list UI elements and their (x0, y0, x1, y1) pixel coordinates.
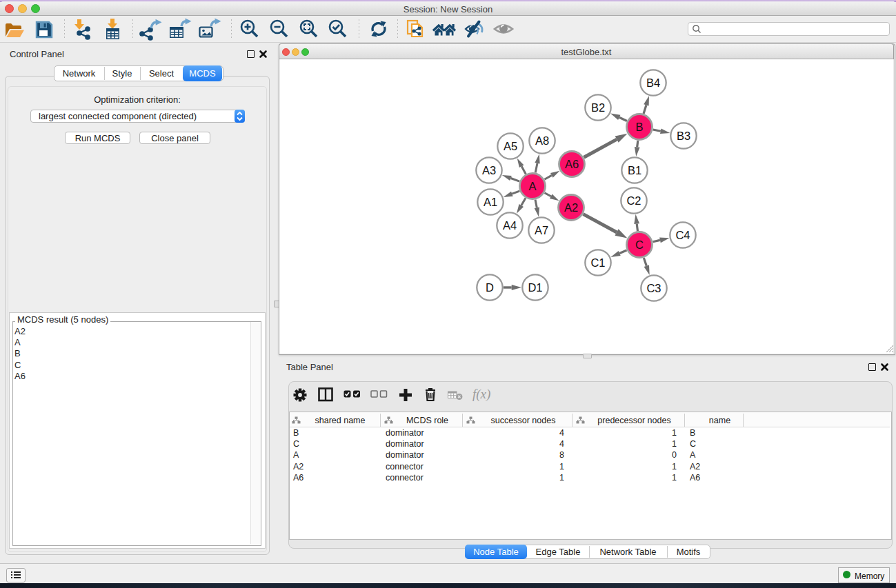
svg-text:C: C (635, 239, 644, 251)
svg-text:A8: A8 (535, 134, 549, 147)
svg-text:D: D (486, 281, 494, 294)
svg-text:A1: A1 (484, 196, 497, 208)
svg-text:A2: A2 (564, 201, 578, 214)
svg-text:A3: A3 (482, 164, 496, 176)
svg-text:C3: C3 (646, 282, 661, 294)
svg-text:C1: C1 (590, 256, 605, 269)
svg-text:A: A (528, 180, 536, 192)
svg-text:A4: A4 (503, 219, 517, 232)
svg-text:B: B (635, 121, 643, 133)
svg-text:B4: B4 (646, 77, 660, 89)
svg-text:A6: A6 (565, 158, 579, 170)
svg-text:A7: A7 (535, 224, 548, 236)
svg-text:D1: D1 (528, 281, 542, 294)
svg-text:B3: B3 (677, 130, 690, 142)
svg-text:C2: C2 (626, 194, 641, 207)
svg-text:B2: B2 (591, 101, 605, 114)
svg-text:A5: A5 (504, 140, 517, 152)
svg-text:B1: B1 (628, 164, 641, 176)
svg-text:C4: C4 (675, 229, 690, 241)
